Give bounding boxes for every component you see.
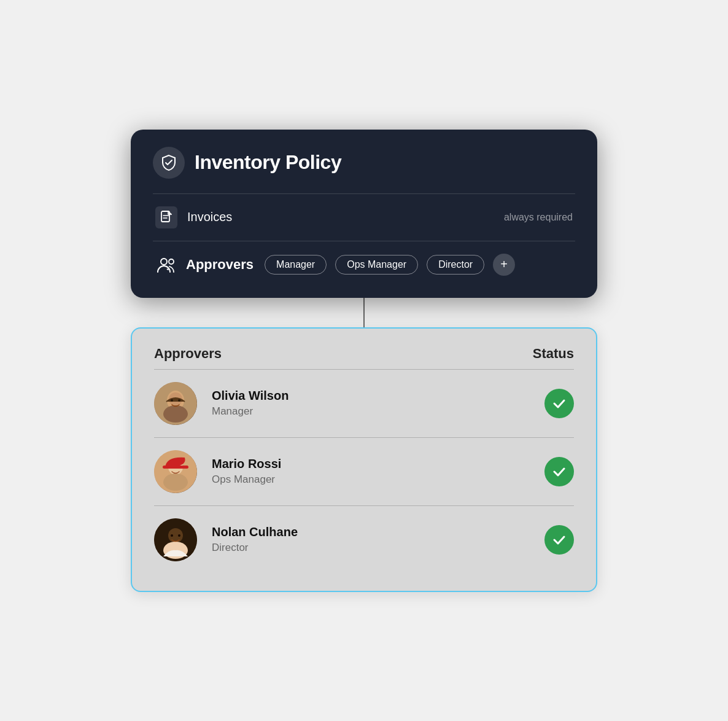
tag-ops-manager[interactable]: Ops Manager — [335, 255, 418, 275]
approver-role-nolan: Director — [212, 542, 544, 554]
status-check-olivia — [544, 389, 574, 418]
approvers-icon — [155, 254, 177, 276]
svg-point-1 — [161, 259, 167, 265]
svg-point-18 — [171, 534, 173, 537]
svg-point-7 — [171, 399, 173, 402]
approver-row-olivia: Olivia Wilson Manager — [154, 370, 574, 437]
approver-role-mario: Ops Manager — [212, 474, 544, 486]
approvers-label: Approvers — [186, 257, 254, 273]
approver-row-mario: Mario Rossi Ops Manager — [154, 438, 574, 505]
status-check-nolan — [544, 525, 574, 555]
approver-name-mario: Mario Rossi — [212, 457, 544, 471]
approver-info-olivia: Olivia Wilson Manager — [212, 389, 544, 418]
add-approver-button[interactable]: + — [493, 254, 515, 276]
svg-point-8 — [178, 399, 180, 402]
approvers-left: Approvers — [155, 254, 254, 276]
invoice-left: Invoices — [155, 206, 232, 228]
avatar-nolan — [154, 518, 197, 561]
document-icon — [155, 206, 177, 228]
approver-name-olivia: Olivia Wilson — [212, 389, 544, 403]
approver-role-olivia: Manager — [212, 405, 544, 418]
svg-point-6 — [163, 405, 188, 423]
avatar-olivia — [154, 382, 197, 425]
svg-point-11 — [163, 474, 188, 491]
approver-info-mario: Mario Rossi Ops Manager — [212, 457, 544, 486]
invoice-row: Invoices always required — [153, 194, 575, 241]
main-wrapper: Inventory Policy Invoices always require… — [131, 130, 597, 592]
status-check-mario — [544, 457, 574, 486]
col-approvers-title: Approvers — [154, 346, 222, 362]
shield-icon — [153, 147, 185, 179]
card-title: Inventory Policy — [195, 151, 341, 174]
light-card-header: Approvers Status — [154, 346, 574, 362]
svg-point-19 — [178, 534, 180, 537]
invoice-badge: always required — [504, 212, 573, 223]
svg-rect-14 — [163, 466, 188, 469]
dark-card: Inventory Policy Invoices always require… — [131, 130, 597, 298]
col-status-title: Status — [533, 346, 574, 362]
svg-point-2 — [169, 259, 174, 264]
svg-point-16 — [168, 528, 183, 543]
avatar-mario — [154, 450, 197, 493]
approver-name-nolan: Nolan Culhane — [212, 525, 544, 539]
invoice-label: Invoices — [187, 210, 232, 224]
approver-row-nolan: Nolan Culhane Director — [154, 506, 574, 574]
tag-manager[interactable]: Manager — [265, 255, 327, 275]
light-card: Approvers Status — [131, 327, 597, 592]
tag-director[interactable]: Director — [427, 255, 484, 275]
approver-info-nolan: Nolan Culhane Director — [212, 525, 544, 554]
approvers-row: Approvers Manager Ops Manager Director + — [153, 241, 575, 278]
connector-line — [363, 298, 365, 327]
card-header: Inventory Policy — [153, 147, 575, 179]
